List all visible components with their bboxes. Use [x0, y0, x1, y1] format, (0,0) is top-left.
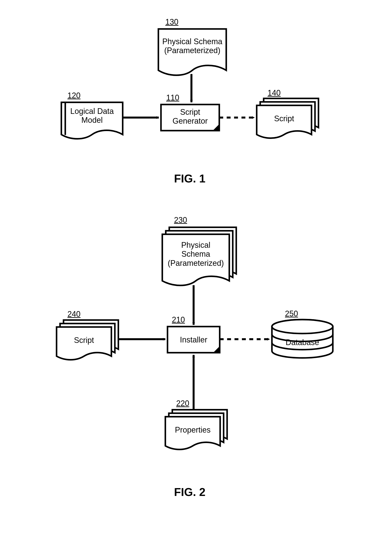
- ref-num-220: 220: [176, 399, 189, 408]
- label-database: Database: [272, 338, 333, 347]
- label-script-generator: Script Generator: [161, 108, 219, 126]
- label-installer: Installer: [168, 335, 220, 344]
- ref-num-230: 230: [174, 216, 187, 225]
- ref-num-120: 120: [67, 91, 80, 100]
- ref-num-110: 110: [166, 93, 179, 102]
- label-script-fig1: Script: [257, 114, 312, 123]
- svg-point-7: [272, 320, 333, 333]
- label-physical-schema-fig1: Physical Schema (Parameterized): [158, 37, 226, 55]
- label-logical-data-model: Logical Data Model: [61, 107, 123, 125]
- label-physical-schema-fig2: Physical Schema (Parameterized): [162, 241, 229, 268]
- page: 130 120 110 140 Physical Schema (Paramet…: [0, 0, 392, 536]
- ref-num-250: 250: [285, 309, 298, 318]
- ref-num-240: 240: [67, 310, 80, 319]
- label-script-fig2: Script: [56, 336, 111, 345]
- ref-num-210: 210: [172, 315, 185, 324]
- ref-num-140: 140: [268, 88, 281, 98]
- label-properties: Properties: [165, 425, 220, 434]
- fig1-title: FIG. 1: [174, 172, 205, 185]
- fig2-title: FIG. 2: [174, 485, 205, 498]
- ref-num-130: 130: [165, 17, 178, 27]
